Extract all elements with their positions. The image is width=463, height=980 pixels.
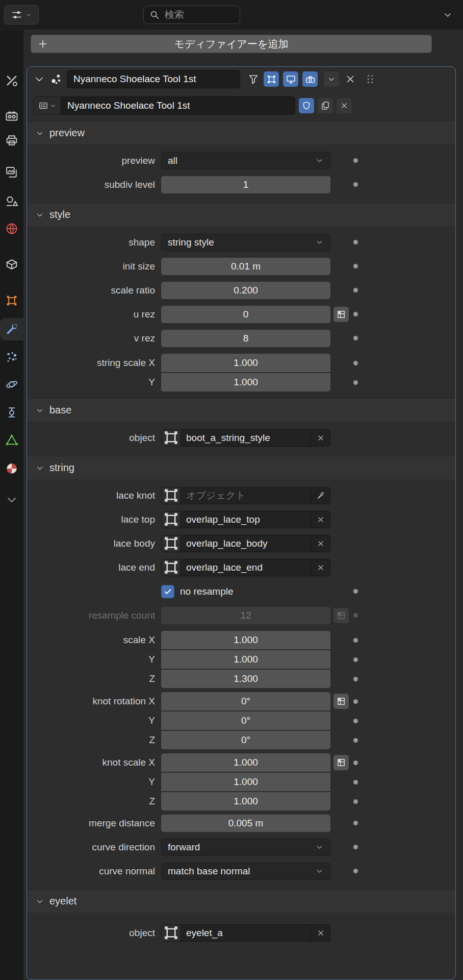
decorator-dot[interactable] [353,738,358,743]
object-field-object[interactable]: boot_a_string_style [161,429,330,447]
decorator-dot[interactable] [353,380,358,385]
number-field-merge-distance[interactable]: 0.005 m [161,815,330,832]
decorator-dot[interactable] [353,638,358,643]
decorator-dot[interactable] [353,158,358,163]
section-header-preview[interactable]: preview [27,121,455,144]
dropdown-preview[interactable]: all [161,152,330,169]
tab-object[interactable] [0,289,23,312]
tab-output[interactable] [0,129,23,152]
fake-user-toggle[interactable] [299,98,314,113]
tab-particles[interactable] [0,346,23,368]
tab-modifiers[interactable] [0,318,23,340]
tab-world[interactable] [0,217,23,240]
clear-object-button[interactable] [311,430,330,446]
number-field-z[interactable]: 1.300 [161,670,330,688]
decorator-dot[interactable] [353,312,358,316]
vertex-group-filter-icon[interactable] [247,73,260,85]
number-field-scale-x[interactable]: 1.000 [161,631,330,649]
tab-tool[interactable] [0,69,23,92]
decorator-dot[interactable] [353,589,358,594]
drag-handle-icon[interactable] [365,72,376,86]
tab-render[interactable] [0,105,23,128]
unlink-node-group-button[interactable] [337,98,352,113]
section-header-style[interactable]: style [27,203,455,226]
viewport-display-toggle[interactable] [283,71,298,87]
eyedropper-button[interactable] [311,487,330,504]
edit-mode-toggle[interactable] [264,71,279,87]
number-field-scale-ratio[interactable]: 0.200 [161,282,330,299]
input-attribute-toggle[interactable] [333,694,349,709]
decorator-dot[interactable] [353,761,358,765]
clear-object-button[interactable] [311,559,330,576]
modifier-name-field[interactable]: Nyanneco Shoelace Tool 1st [67,70,240,88]
checkbox[interactable] [161,585,174,598]
object-field-lace-body[interactable]: overlap_lace_body [161,535,330,552]
tab-object-data[interactable] [0,429,23,451]
delete-modifier-button[interactable] [344,73,356,85]
modifier-extras-button[interactable] [324,71,339,87]
search-input[interactable]: 検索 [143,6,240,24]
decorator-dot[interactable] [353,780,358,785]
decorator-dot[interactable] [353,613,358,618]
number-field-u-rez[interactable]: 0 [161,306,330,323]
number-field-subdiv-level[interactable]: 1 [161,176,330,193]
tab-scene[interactable] [0,190,23,212]
decorator-dot[interactable] [353,699,358,704]
object-field-lace-top[interactable]: overlap_lace_top [161,511,330,528]
number-field-string-scale-x[interactable]: 1.000 [161,354,330,372]
section-header-eyelet[interactable]: eyelet [27,889,455,913]
object-field-lace-end[interactable]: overlap_lace_end [161,559,330,576]
editor-type-selector[interactable] [4,5,39,24]
modifier-header[interactable]: Nyanneco Shoelace Tool 1st [27,67,455,91]
tab-view-layer[interactable] [0,161,23,184]
dropdown-curve-direction[interactable]: forward [161,839,330,856]
add-modifier-button[interactable]: モディファイアーを追加 [31,35,432,53]
render-display-toggle[interactable] [302,71,318,87]
clear-object-button[interactable] [311,511,330,528]
section-header-base[interactable]: base [27,398,455,422]
decorator-dot[interactable] [353,677,358,681]
collapse-panel-icon[interactable] [33,73,45,85]
dropdown-curve-normal[interactable]: match base normal [161,863,330,880]
decorator-dot[interactable] [353,336,358,340]
number-field-y[interactable]: 1.000 [161,650,330,669]
tab-collection[interactable] [0,253,23,276]
decorator-dot[interactable] [353,799,358,804]
input-attribute-toggle[interactable] [333,755,349,770]
section-header-string[interactable]: string [27,456,455,479]
browse-node-group-button[interactable] [33,96,61,115]
tab-physics[interactable] [0,373,23,396]
decorator-dot[interactable] [353,719,358,723]
number-field-v-rez[interactable]: 8 [161,330,330,347]
tab-material[interactable] [0,457,23,480]
number-field-resample-count[interactable]: 12 [161,607,330,624]
dropdown-shape[interactable]: string style [161,234,330,251]
number-field-y[interactable]: 1.000 [161,373,330,391]
decorator-dot[interactable] [353,821,358,825]
decorator-dot[interactable] [353,240,358,244]
decorator-dot[interactable] [353,869,358,873]
header-menu-button[interactable] [439,8,457,22]
node-group-name-field[interactable]: Nyanneco Shoelace Tool 1st [61,96,295,115]
decorator-dot[interactable] [353,182,358,187]
tab-constraints[interactable] [0,401,23,424]
decorator-dot[interactable] [353,657,358,662]
object-field-lace-knot[interactable]: オブジェクト [161,487,330,504]
number-field-init-size[interactable]: 0.01 m [161,258,330,275]
decorator-dot[interactable] [353,264,358,268]
input-attribute-toggle[interactable] [333,307,349,322]
number-field-z[interactable]: 1.000 [161,792,330,811]
duplicate-node-group-button[interactable] [318,98,333,113]
input-attribute-toggle[interactable] [333,608,349,623]
tab-more[interactable] [0,488,23,511]
decorator-dot[interactable] [353,288,358,292]
number-field-z[interactable]: 0° [161,731,330,749]
number-field-knot-rotation-x[interactable]: 0° [161,692,330,710]
clear-object-button[interactable] [311,925,330,941]
clear-object-button[interactable] [311,535,330,552]
decorator-dot[interactable] [353,845,358,849]
number-field-knot-scale-x[interactable]: 1.000 [161,753,330,772]
object-field-object[interactable]: eyelet_a [161,924,330,942]
number-field-y[interactable]: 0° [161,712,330,730]
number-field-y[interactable]: 1.000 [161,773,330,791]
